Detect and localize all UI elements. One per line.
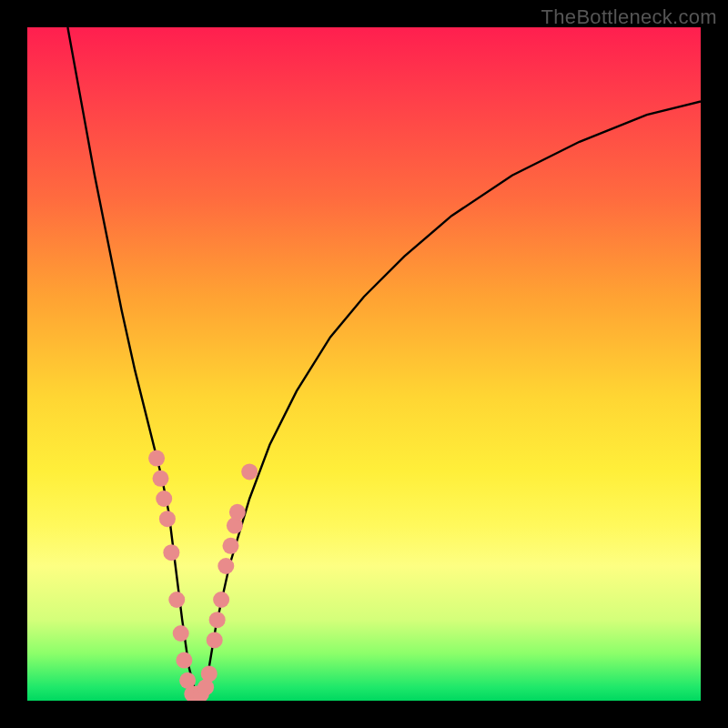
marker-point	[222, 538, 238, 554]
marker-point	[153, 470, 169, 487]
marker-point	[156, 490, 172, 507]
marker-point	[201, 665, 217, 682]
marker-point	[209, 612, 226, 628]
marker-point	[229, 504, 246, 521]
marker-point	[217, 558, 234, 574]
marker-point	[213, 592, 229, 608]
marker-point	[173, 625, 189, 642]
plot-area	[27, 27, 701, 701]
marker-point	[163, 544, 179, 561]
marker-point	[148, 450, 165, 467]
marker-point	[241, 463, 258, 480]
marker-point	[176, 652, 192, 669]
bottleneck-curve	[67, 27, 701, 694]
marker-point	[227, 518, 243, 534]
marker-point	[207, 632, 223, 648]
marker-point	[168, 592, 185, 608]
watermark-text: TheBottleneck.com	[541, 5, 717, 29]
chart-svg	[27, 27, 701, 701]
chart-frame: TheBottleneck.com	[0, 0, 728, 728]
marker-point	[159, 511, 176, 527]
